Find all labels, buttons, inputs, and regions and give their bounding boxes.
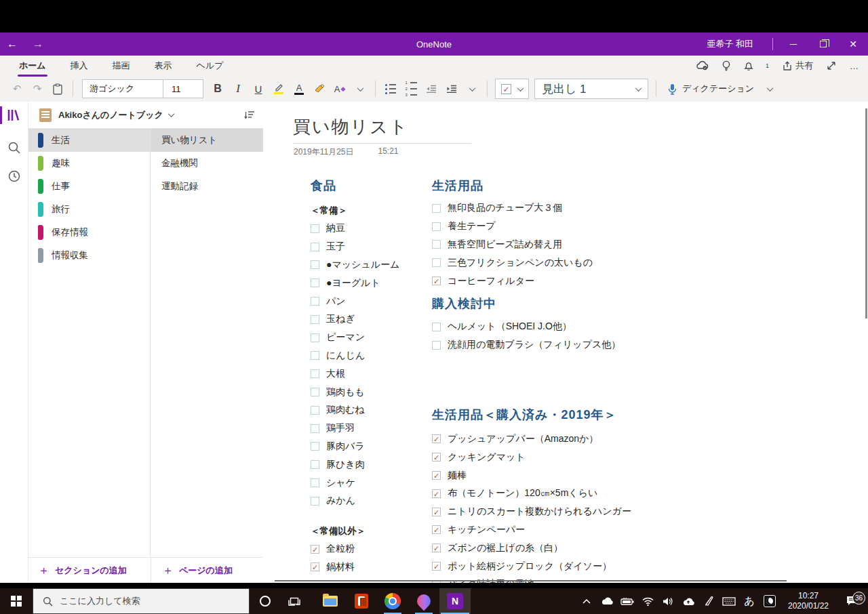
onedrive-icon[interactable] [597,597,617,605]
todo-checkbox[interactable]: ✓ [432,453,441,462]
sort-pages-button[interactable] [244,110,255,120]
battery-icon[interactable] [617,598,637,605]
style-dropdown[interactable]: 見出し 1 [534,79,648,99]
font-color-button[interactable]: A [289,79,309,99]
todo-checkbox[interactable] [311,478,319,487]
redo-button[interactable]: ↷ [27,79,47,99]
file-explorer-button[interactable] [315,588,346,614]
chrome-button[interactable] [377,588,408,614]
page-canvas[interactable]: 買い物リスト 2019年11月25日 15:21 食品 ＜常備＞ 納豆 玉子 ●… [263,102,868,583]
todo-checkbox[interactable]: ✓ [432,471,441,480]
highlight-button[interactable] [269,79,289,99]
todo-checkbox[interactable]: ✓ [432,562,441,571]
page-item[interactable]: 金融機関 [151,152,263,175]
notebooks-button[interactable] [0,102,28,129]
todo-checkbox[interactable]: ✓ [432,489,441,498]
back-button[interactable]: ← [7,38,18,50]
paste-button[interactable] [47,79,68,99]
daily-goods-heading[interactable]: 生活用品 [432,178,812,194]
section-item[interactable]: 保存情報 [28,221,150,244]
todo-checkbox[interactable] [311,424,319,433]
tab-draw[interactable]: 描画 [100,56,142,77]
todo-checkbox[interactable] [432,323,441,331]
add-section-button[interactable]: ＋ セクションの追加 [28,558,151,583]
todo-checkbox[interactable] [432,204,441,213]
minimize-button[interactable]: ─ [778,33,808,56]
todo-checkbox[interactable]: ✓ [311,545,319,554]
tab-help[interactable]: ヘルプ [184,56,236,77]
outdent-button[interactable] [421,79,441,99]
tab-insert[interactable]: 挿入 [58,56,100,77]
todo-checkbox[interactable] [311,279,319,287]
todo-tag-dropdown[interactable]: ✓ [495,79,529,99]
dictation-button[interactable]: ディクテーション [668,83,772,95]
notebook-header[interactable]: Akikoさんのノートブック [28,102,263,129]
section-item[interactable]: 情報収集 [28,244,150,267]
todo-checkbox[interactable] [311,497,319,506]
numbered-list-button[interactable]: 123 [401,79,421,99]
todo-checkbox[interactable] [432,240,441,249]
taskbar-clock[interactable]: 10:27 2020/01/22 [780,591,837,611]
hidden-icons-chevron[interactable] [576,599,597,604]
cortana-button[interactable] [250,588,281,614]
undo-button[interactable]: ↶ [7,79,27,99]
account-name[interactable]: 亜希子 和田 [707,38,772,50]
wifi-icon[interactable] [637,597,658,606]
search-button[interactable] [0,134,28,161]
todo-checkbox[interactable] [311,260,319,269]
todo-checkbox[interactable] [311,297,319,306]
restore-button[interactable] [808,33,838,56]
section-item[interactable]: 仕事 [28,175,150,198]
moon-app-icon[interactable] [760,595,780,607]
more-options-icon[interactable]: … [850,61,859,71]
volume-icon[interactable] [658,597,678,606]
todo-checkbox[interactable] [311,388,319,396]
onenote-button[interactable] [439,588,471,614]
todo-checkbox[interactable]: ✓ [432,277,441,285]
add-page-button[interactable]: ＋ ページの追加 [151,558,263,583]
taskbar-search[interactable]: ここに入力して検索 [33,588,250,614]
pen-icon[interactable] [698,596,719,607]
paragraph-more-chevron[interactable] [462,79,482,99]
todo-checkbox[interactable] [432,222,441,231]
section-item[interactable]: 趣味 [28,152,150,175]
todo-checkbox[interactable]: ✓ [311,562,319,571]
tab-home[interactable]: ホーム [7,56,58,77]
underline-button[interactable]: U [248,79,269,99]
ime-mode-indicator[interactable]: あ [739,595,760,608]
touch-keyboard-icon[interactable] [719,597,739,606]
todo-checkbox[interactable]: ✓ [432,434,441,443]
todo-checkbox[interactable]: ✓ [432,508,441,516]
format-painter-button[interactable] [309,79,330,99]
task-view-button[interactable] [281,588,308,614]
todo-checkbox[interactable] [311,460,319,469]
font-name-select[interactable]: 游ゴシック [83,83,163,95]
indent-button[interactable] [441,79,462,99]
todo-checkbox[interactable] [311,406,319,415]
todo-checkbox[interactable] [432,258,441,267]
vertical-scrollbar[interactable] [865,108,867,319]
recent-notes-button[interactable] [0,163,28,190]
notifications-bell-icon[interactable] [744,61,753,71]
todo-checkbox[interactable] [311,333,319,342]
forward-button[interactable]: → [33,38,43,50]
page-title[interactable]: 買い物リスト [293,115,408,139]
notebook-name[interactable]: Akikoさんのノートブック [58,109,163,121]
considering-heading[interactable]: 購入検討中 [432,295,812,312]
page-item[interactable]: 運動記録 [151,175,263,198]
todo-checkbox[interactable] [311,442,319,451]
fullview-icon[interactable] [827,61,836,70]
todo-checkbox[interactable] [311,315,319,324]
todo-checkbox[interactable] [311,243,319,251]
purchased-heading[interactable]: 生活用品＜購入済み・2019年＞ [432,407,812,423]
bullet-list-button[interactable] [380,79,401,99]
bold-button[interactable]: B [208,79,228,99]
todo-checkbox[interactable]: ✓ [432,525,441,534]
page-item[interactable]: 買い物リスト [151,129,263,152]
start-button[interactable] [0,588,33,614]
maps-button[interactable] [408,588,439,614]
sync-status-icon[interactable] [695,61,709,70]
share-button[interactable]: 共有 [783,60,813,72]
section-item[interactable]: 生活 [28,129,150,152]
italic-button[interactable]: I [228,79,248,99]
